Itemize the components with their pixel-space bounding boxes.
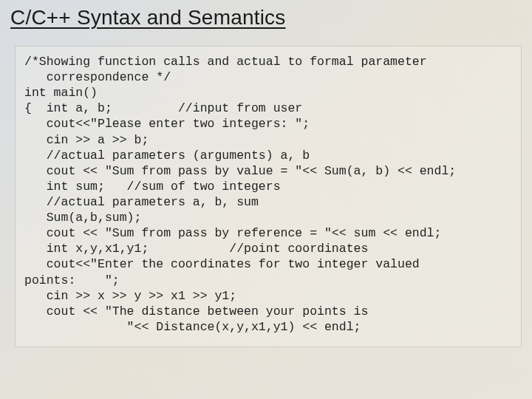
code-line: int x,y,x1,y1; //point coordinates (24, 242, 368, 256)
code-line: cout<<"Enter the coordinates for two int… (24, 257, 420, 271)
code-line: cout << "The distance between your point… (24, 304, 368, 318)
code-line: cin >> x >> y >> x1 >> y1; (24, 289, 236, 303)
code-block: /*Showing function calls and actual to f… (15, 46, 522, 347)
code-line: //actual parameters (arguments) a, b (24, 149, 310, 163)
code-line: correspondence */ (24, 70, 171, 84)
code-line: Sum(a,b,sum); (24, 211, 141, 225)
code-line: /*Showing function calls and actual to f… (24, 55, 427, 69)
slide-title: C/C++ Syntax and Semantics (10, 6, 525, 30)
code-line: "<< Distance(x,y,x1,y1) << endl; (24, 320, 361, 334)
slide: C/C++ Syntax and Semantics /*Showing fun… (0, 0, 532, 399)
code-line: cout << "Sum from pass by value = "<< Su… (24, 164, 456, 178)
code-line: cout << "Sum from pass by reference = "<… (24, 226, 441, 240)
code-line: cout<<"Please enter two integers: "; (24, 117, 310, 131)
code-line: cin >> a >> b; (24, 133, 149, 147)
code-line: { int a, b; //input from user (24, 101, 302, 115)
code-line: int sum; //sum of two integers (24, 180, 281, 194)
code-line: points: "; (24, 273, 120, 287)
code-line: int main() (24, 86, 98, 100)
code-line: //actual parameters a, b, sum (24, 195, 259, 209)
